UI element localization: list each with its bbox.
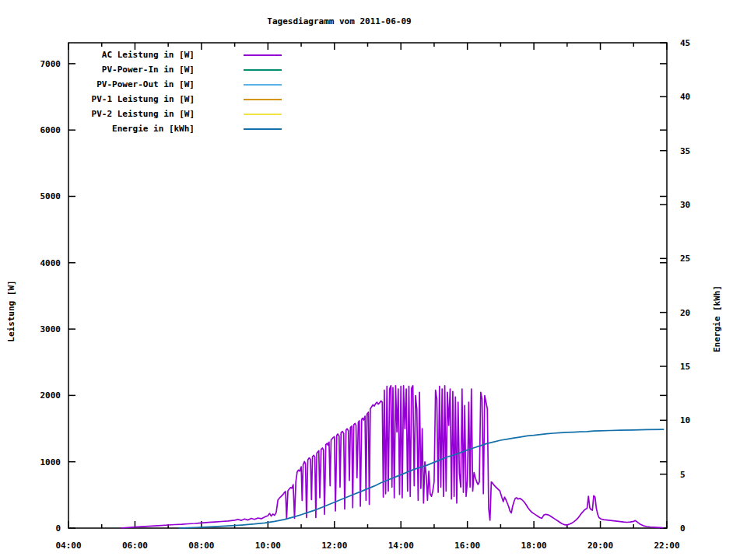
legend-label: Energie in [kWh] (68, 124, 195, 134)
x-tick-label: 08:00 (188, 541, 214, 551)
legend-item: Energie in [kWh] (68, 121, 282, 136)
y1-tick-label: 5000 (40, 191, 61, 201)
y2-tick-label: 40 (680, 92, 690, 102)
y1-tick-label: 1000 (40, 457, 61, 467)
legend-line-sample (244, 54, 282, 56)
x-tick-label: 16:00 (454, 541, 480, 551)
legend-item: PV-1 Leistung in [W] (68, 92, 282, 107)
legend-line-sample (244, 69, 282, 71)
y2-tick-label: 15 (680, 362, 690, 372)
legend-label: PV-2 Leistung in [W] (68, 109, 195, 119)
y2-tick-label: 30 (680, 200, 690, 210)
x-tick-label: 22:00 (654, 541, 679, 551)
legend-item: PV-Power-Out in [W] (68, 77, 282, 92)
legend-label: PV-Power-Out in [W] (68, 79, 195, 89)
y2-tick-label: 0 (680, 523, 686, 534)
y2-tick-label: 45 (680, 38, 690, 48)
legend: AC Leistung in [W]PV-Power-In in [W]PV-P… (68, 47, 282, 136)
legend-line-sample (244, 114, 282, 115)
legend-item: AC Leistung in [W] (68, 47, 282, 62)
x-tick-label: 20:00 (587, 541, 613, 551)
legend-label: PV-1 Leistung in [W] (68, 94, 195, 104)
x-tick-label: 18:00 (521, 541, 547, 551)
legend-item: PV-2 Leistung in [W] (68, 107, 282, 121)
x-tick-label: 04:00 (55, 541, 81, 551)
y2-tick-label: 5 (680, 470, 686, 480)
y2-tick-label: 35 (680, 146, 690, 156)
x-tick-label: 14:00 (388, 541, 414, 551)
legend-line-sample (244, 99, 282, 100)
legend-label: AC Leistung in [W] (68, 50, 195, 60)
y1-tick-label: 4000 (40, 258, 61, 268)
x-tick-label: 12:00 (321, 541, 347, 551)
y2-tick-label: 10 (680, 415, 690, 425)
legend-line-sample (244, 128, 282, 130)
legend-label: PV-Power-In in [W] (68, 65, 195, 75)
y1-tick-label: 6000 (40, 125, 61, 135)
legend-item: PV-Power-In in [W] (68, 62, 282, 77)
y1-tick-label: 7000 (40, 59, 61, 69)
x-tick-label: 06:00 (122, 541, 148, 551)
series-ac-leistung (121, 386, 663, 528)
y1-tick-label: 0 (55, 523, 61, 534)
y1-tick-label: 3000 (40, 324, 61, 334)
x-tick-label: 10:00 (255, 541, 281, 551)
y2-tick-label: 20 (680, 308, 690, 318)
y1-tick-label: 2000 (40, 390, 61, 401)
y2-tick-label: 25 (680, 254, 690, 264)
tagesdiagramm-screen: Tagesdiagramm vom 2011-06-09 Leistung [W… (0, 0, 747, 560)
legend-line-sample (244, 84, 282, 86)
